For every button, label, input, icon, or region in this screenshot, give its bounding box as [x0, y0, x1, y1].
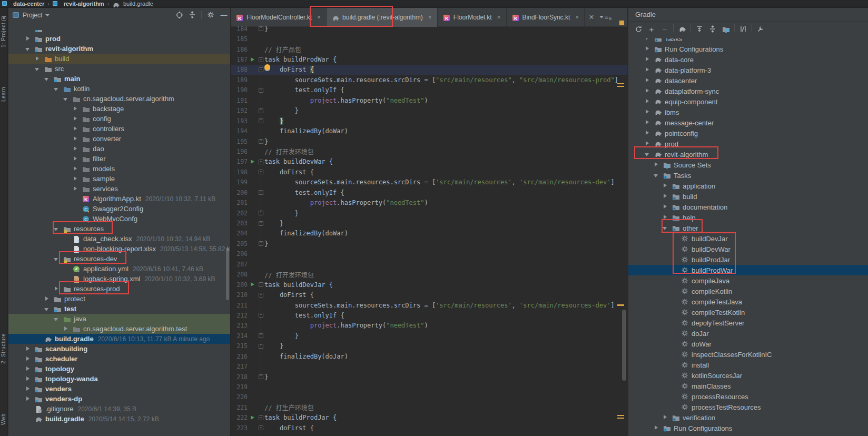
gradle-node-data-core[interactable]: data-core — [628, 54, 868, 65]
code-line-211[interactable]: 211 sourceSets.main.resources.srcDirs = … — [231, 300, 627, 310]
close-icon[interactable]: × — [589, 13, 594, 22]
project-node-config[interactable]: config — [8, 114, 230, 124]
warning-marker[interactable] — [617, 86, 624, 87]
fold-marker-icon[interactable]: ^ — [257, 26, 264, 31]
project-node-java[interactable]: java — [8, 314, 230, 324]
chevron-collapsed-icon[interactable] — [73, 186, 78, 192]
chevron-collapsed-icon[interactable] — [645, 99, 650, 104]
chevron-expanded-icon[interactable] — [54, 256, 59, 262]
warning-marker[interactable] — [617, 415, 624, 416]
add-icon[interactable]: + — [647, 24, 656, 34]
chevron-collapsed-icon[interactable] — [654, 162, 659, 167]
code-line-217[interactable]: 217 — [231, 361, 627, 371]
code-line-184[interactable]: 184^} — [231, 24, 627, 34]
chevron-collapsed-icon[interactable] — [654, 425, 659, 431]
code-line-187[interactable]: 187−task buildProdWar { — [231, 54, 627, 64]
code-line-208[interactable]: 208// 打开发环境包 — [231, 270, 627, 280]
hidden-tabs-dropdown[interactable]: ≡6 — [599, 13, 612, 21]
close-icon[interactable]: × — [575, 14, 579, 21]
code-line-198[interactable]: 198− doFirst { — [231, 167, 627, 177]
code-line-189[interactable]: 189 sourceSets.main.resources.srcDirs = … — [231, 75, 627, 85]
project-node-scanbuilding[interactable]: scanbuilding — [8, 344, 230, 354]
project-tool-stripe-icon[interactable] — [2, 16, 6, 21]
chevron-collapsed-icon[interactable] — [645, 38, 650, 41]
code-line-222[interactable]: 222−task buildProdJar { — [231, 413, 627, 423]
chevron-expanded-icon[interactable] — [54, 316, 59, 322]
chevron-collapsed-icon[interactable] — [645, 78, 650, 83]
code-line-210[interactable]: 210− doFirst { — [231, 290, 627, 300]
gradle-node-install[interactable]: install — [628, 360, 868, 370]
code-line-196[interactable]: 196// 打开发环境包 — [231, 146, 627, 156]
project-node-topology-wanda[interactable]: topology-wanda — [8, 374, 230, 384]
gradle-node-compiletestkotlin[interactable]: compileTestKotlin — [628, 307, 868, 318]
code-line-213[interactable]: 213 project.hasProperty("needTest") — [231, 321, 627, 331]
chevron-expanded-icon[interactable] — [44, 306, 50, 312]
gradle-node-inspectclassesforkotlinic[interactable]: inspectClassesForKotlinIC — [628, 349, 868, 360]
code-line-223[interactable]: 223− doFirst { — [231, 423, 627, 433]
project-node-venders-dp[interactable]: venders-dp — [8, 394, 230, 404]
code-line-206[interactable]: 206 — [231, 249, 627, 259]
locate-icon[interactable] — [175, 11, 183, 19]
code-line-188[interactable]: 188− doFirst { — [231, 65, 627, 75]
code-line-207[interactable]: 207 — [231, 259, 627, 269]
close-icon[interactable]: × — [428, 14, 432, 21]
run-task-icon[interactable] — [249, 413, 257, 423]
chevron-collapsed-icon[interactable] — [25, 356, 31, 362]
gradle-node-compilekotlin[interactable]: compileKotlin — [628, 286, 868, 296]
gradle-node-builddevwar[interactable]: buildDevWar — [628, 244, 868, 254]
fold-marker-icon[interactable]: − — [257, 160, 264, 164]
project-node-controllers[interactable]: controllers — [8, 124, 230, 134]
run-task-icon[interactable] — [249, 55, 257, 65]
code-line-212[interactable]: 212− test.onlyIf { — [231, 310, 627, 320]
project-node-cn.sagacloud.server.algorithm.test[interactable]: cn.sagacloud.server.algorithm.test — [8, 324, 230, 334]
chevron-collapsed-icon[interactable] — [645, 46, 650, 52]
code-line-191[interactable]: 191 project.hasProperty("needTest") — [231, 95, 627, 105]
gradle-node-verification[interactable]: verification — [628, 412, 868, 423]
code-line-218[interactable]: 218^} — [231, 372, 627, 382]
chevron-collapsed-icon[interactable] — [663, 204, 668, 210]
fold-marker-icon[interactable]: − — [257, 415, 264, 420]
sync-icon[interactable] — [634, 24, 643, 34]
code-line-201[interactable]: 201 project.hasProperty("needTest") — [231, 197, 627, 207]
project-node-dao[interactable]: dao — [8, 144, 230, 154]
gradle-node-data-platform-3[interactable]: data-platform-3 — [628, 65, 868, 75]
chevron-collapsed-icon[interactable] — [645, 110, 650, 115]
project-node-algorithmapp.kt[interactable]: KAlgorithmApp.kt2020/1/10 10:32, 7.11 kB — [8, 194, 230, 204]
chevron-expanded-icon[interactable] — [25, 46, 31, 52]
code-line-190[interactable]: 190− test.onlyIf { — [231, 85, 627, 95]
chevron-expanded-icon[interactable] — [35, 66, 40, 72]
code-line-200[interactable]: 200− test.onlyIf { — [231, 187, 627, 197]
chevron-expanded-icon[interactable] — [654, 173, 659, 178]
project-node-resources[interactable]: resources — [8, 224, 230, 234]
gradle-node-compiletestjava[interactable]: compileTestJava — [628, 296, 868, 307]
run-task-icon[interactable] — [249, 157, 257, 167]
project-node-data-check.xlsx[interactable]: ?data_check.xlsx2020/1/10 10:32, 14.94 k… — [8, 234, 230, 244]
project-node-build[interactable]: build — [8, 54, 230, 64]
code-line-221[interactable]: 221// 打生产环境包 — [231, 402, 627, 412]
chevron-collapsed-icon[interactable] — [645, 67, 650, 73]
chevron-collapsed-icon[interactable] — [73, 166, 78, 172]
gradle-node-dowar[interactable]: doWar — [628, 339, 868, 349]
gradle-node-run-configurations[interactable]: Run Configurations — [628, 44, 868, 54]
chevron-collapsed-icon[interactable] — [63, 326, 68, 332]
code-line-193[interactable]: 193^ } — [231, 116, 627, 126]
close-icon[interactable]: × — [497, 14, 501, 21]
project-scrollbar[interactable] — [226, 247, 229, 300]
gradle-node-pointconfig[interactable]: pointconfig — [628, 128, 868, 138]
gradle-node-build[interactable]: build — [628, 191, 868, 202]
project-node-src[interactable]: src — [8, 64, 230, 74]
code-line-199[interactable]: 199 sourceSets.main.resources.srcDirs = … — [231, 177, 627, 187]
gradle-node-dataplatform-sync[interactable]: dataplatform-sync — [628, 86, 868, 96]
group-modules-icon[interactable] — [721, 24, 731, 34]
project-node-stub[interactable] — [8, 30, 230, 34]
project-node-topology[interactable]: topology — [8, 364, 230, 374]
gradle-tree[interactable]: TasksRun Configurationsdata-coredata-pla… — [628, 38, 868, 436]
project-node-webmvcconfg[interactable]: CWebMvcConfg — [8, 214, 230, 224]
chevron-collapsed-icon[interactable] — [645, 120, 650, 125]
chevron-collapsed-icon[interactable] — [645, 131, 650, 136]
run-task-icon[interactable] — [249, 280, 257, 290]
gradle-node-compilejava[interactable]: compileJava — [628, 275, 868, 286]
chevron-collapsed-icon[interactable] — [663, 183, 668, 189]
gradle-node-tasks[interactable]: Tasks — [628, 38, 868, 44]
project-node-converter[interactable]: converter — [8, 134, 230, 144]
